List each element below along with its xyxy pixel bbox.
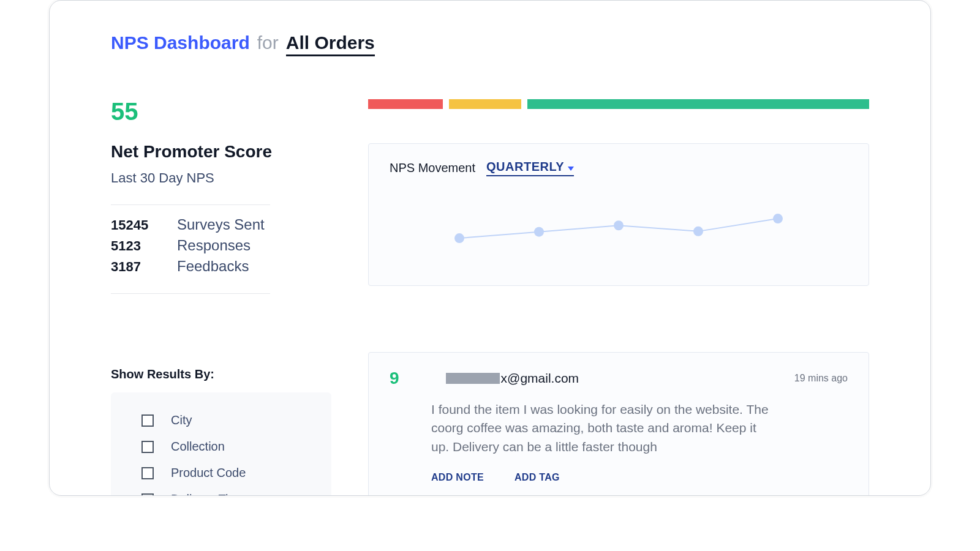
- filters-heading: Show Results By:: [111, 367, 331, 381]
- add-note-button[interactable]: ADD NOTE: [431, 472, 484, 483]
- nps-movement-chart: [390, 189, 848, 262]
- nps-score-value: 55: [111, 99, 331, 124]
- page-title: NPS Dashboard: [111, 32, 250, 53]
- divider: [111, 293, 270, 294]
- movement-range-label: QUARTERLY: [486, 160, 564, 174]
- sentiment-detractors: [368, 99, 443, 109]
- checkbox-icon[interactable]: [141, 493, 154, 497]
- feedback-body: I found the item I was looking for easil…: [431, 400, 774, 456]
- filter-collection[interactable]: Collection: [141, 440, 311, 454]
- movement-range-selector[interactable]: QUARTERLY: [486, 160, 574, 176]
- sentiment-promoters: [527, 99, 869, 109]
- sentiment-passives: [449, 99, 521, 109]
- filter-label: Delivery Time: [171, 492, 245, 496]
- stat-label: Responses: [177, 237, 251, 254]
- feedback-card: 9 x@gmail.com 19 mins ago I found the it…: [368, 352, 869, 496]
- redacted-icon: [446, 373, 500, 384]
- left-column: 55 Net Promoter Score Last 30 Day NPS 15…: [111, 99, 331, 496]
- svg-point-0: [454, 233, 464, 243]
- feedback-email: x@gmail.com: [446, 371, 579, 386]
- checkbox-icon[interactable]: [141, 414, 154, 427]
- stat-surveys-sent: 15245 Surveys Sent: [111, 216, 331, 233]
- svg-point-1: [534, 227, 544, 237]
- divider: [111, 204, 270, 205]
- movement-title: NPS Movement: [390, 161, 475, 175]
- stat-value: 3187: [111, 259, 154, 275]
- filters-panel: City Collection Product Code Delivery Ti…: [111, 392, 331, 496]
- filter-city[interactable]: City: [141, 413, 311, 427]
- filter-label: Collection: [171, 440, 225, 454]
- dashboard-frame: NPS Dashboard for All Orders 55 Net Prom…: [49, 0, 931, 496]
- nps-movement-card: NPS Movement QUARTERLY: [368, 143, 869, 286]
- stat-value: 5123: [111, 238, 154, 254]
- chevron-down-icon: [568, 167, 574, 171]
- filter-delivery-time[interactable]: Delivery Time: [141, 492, 311, 496]
- filter-label: Product Code: [171, 466, 246, 480]
- stat-value: 15245: [111, 217, 154, 233]
- scope-selector[interactable]: All Orders: [286, 32, 375, 56]
- svg-point-4: [773, 214, 783, 223]
- add-tag-button[interactable]: ADD TAG: [514, 472, 560, 483]
- filter-label: City: [171, 413, 192, 427]
- feedback-time: 19 mins ago: [794, 373, 848, 384]
- stat-label: Feedbacks: [177, 258, 249, 275]
- svg-point-3: [693, 227, 703, 236]
- filter-product-code[interactable]: Product Code: [141, 466, 311, 480]
- right-column: NPS Movement QUARTERLY 9: [368, 99, 869, 496]
- checkbox-icon[interactable]: [141, 441, 154, 453]
- stat-responses: 5123 Responses: [111, 237, 331, 254]
- nps-subtitle: Last 30 Day NPS: [111, 170, 331, 186]
- feedback-score: 9: [390, 369, 399, 388]
- nps-title: Net Promoter Score: [111, 142, 331, 162]
- page-title-for: for: [257, 32, 279, 53]
- checkbox-icon[interactable]: [141, 467, 154, 479]
- feedback-email-suffix: x@gmail.com: [501, 371, 579, 386]
- stat-label: Surveys Sent: [177, 216, 265, 233]
- svg-point-2: [614, 220, 624, 230]
- page-header: NPS Dashboard for All Orders: [111, 32, 869, 56]
- sentiment-bar: [368, 99, 869, 109]
- stat-feedbacks: 3187 Feedbacks: [111, 258, 331, 275]
